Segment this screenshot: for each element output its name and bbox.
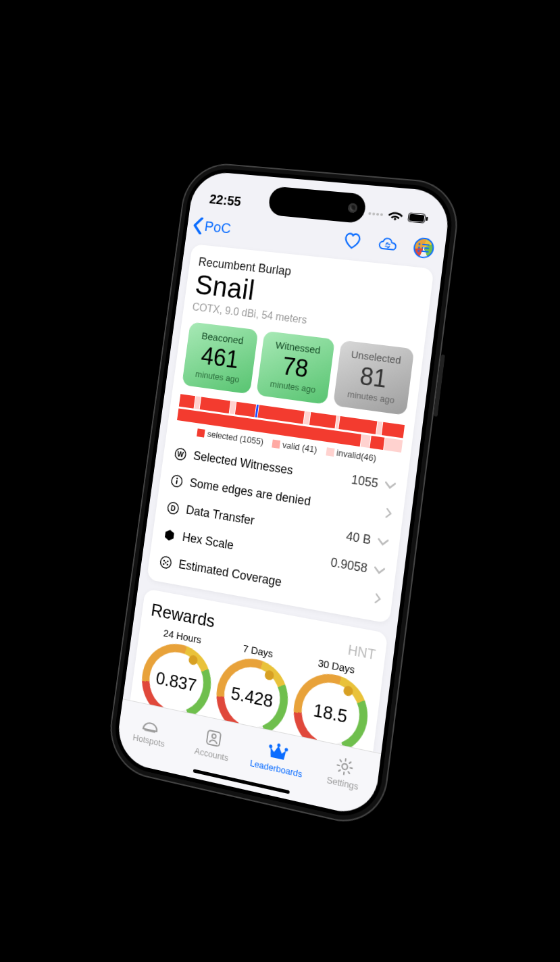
heart-icon xyxy=(342,231,362,250)
tab-accounts[interactable]: Accounts xyxy=(178,713,248,776)
home-indicator[interactable] xyxy=(193,769,289,794)
tab-settings[interactable]: Settings xyxy=(307,740,381,806)
more-menu-button[interactable] xyxy=(412,237,435,259)
info-icon xyxy=(169,474,184,489)
cell-signal-icon xyxy=(368,212,383,216)
wifi-icon xyxy=(387,210,403,222)
svg-rect-2 xyxy=(426,217,428,221)
svg-point-19 xyxy=(167,560,169,562)
back-label: PoC xyxy=(203,218,232,238)
hotspot-card: Recumbent Burlap Snail COTX, 9.0 dBi, 54… xyxy=(147,244,434,624)
svg-rect-0 xyxy=(407,213,425,223)
svg-point-28 xyxy=(277,743,280,747)
svg-rect-24 xyxy=(206,730,220,746)
tab-bar: Hotspots Accounts Leaderboards Settings xyxy=(114,699,381,819)
battery-icon xyxy=(407,212,428,224)
tile-unselected[interactable]: Unselected 81 minutes ago xyxy=(332,340,413,415)
gauge-30d[interactable]: 30 Days 18.5 xyxy=(288,653,374,753)
tile-witnessed[interactable]: Witnessed 78 minutes ago xyxy=(256,331,335,405)
gauge-ring-icon: 5.428 xyxy=(211,653,292,742)
gauge-ring-icon: 18.5 xyxy=(288,668,372,754)
screen: 22:55 PoC xyxy=(114,170,452,819)
svg-point-29 xyxy=(341,763,347,769)
chevron-right-icon xyxy=(373,592,382,607)
favorite-button[interactable] xyxy=(341,230,363,251)
chevron-left-icon xyxy=(191,217,205,234)
legend-valid: valid (41) xyxy=(282,440,317,455)
chevron-down-icon xyxy=(373,564,385,578)
svg-point-18 xyxy=(163,559,165,561)
svg-point-5 xyxy=(417,247,419,249)
chevron-down-icon xyxy=(384,479,396,493)
svg-rect-6 xyxy=(422,247,429,249)
cloud-link-button[interactable] xyxy=(376,233,399,255)
svg-point-22 xyxy=(165,561,167,563)
list-icon xyxy=(417,243,430,253)
svg-point-26 xyxy=(269,744,272,748)
svg-point-12 xyxy=(176,478,178,480)
svg-text:D: D xyxy=(170,503,176,512)
svg-rect-13 xyxy=(176,480,178,484)
svg-point-21 xyxy=(166,563,168,565)
phone-frame: 22:55 PoC xyxy=(104,161,462,831)
svg-text:W: W xyxy=(176,449,184,459)
d-circle-icon: D xyxy=(166,500,181,515)
chevron-right-icon xyxy=(384,507,392,522)
gauge-7d[interactable]: 7 Days 5.428 xyxy=(211,638,294,742)
chevron-down-icon xyxy=(376,536,388,550)
stats-rows: W Selected Witnesses 1055 Some edges are… xyxy=(155,439,398,615)
rewards-unit: HNT xyxy=(347,642,376,663)
svg-point-3 xyxy=(418,243,420,245)
svg-point-27 xyxy=(284,747,288,751)
svg-rect-8 xyxy=(421,251,428,253)
tile-beaconed[interactable]: Beaconed 461 minutes ago xyxy=(182,322,258,394)
status-time: 22:55 xyxy=(208,191,241,209)
cloud-link-icon xyxy=(376,235,398,253)
svg-point-20 xyxy=(163,563,165,565)
svg-point-7 xyxy=(417,250,419,252)
hex-icon xyxy=(161,527,177,542)
w-circle-icon: W xyxy=(172,447,188,461)
tab-leaderboards[interactable]: Leaderboards xyxy=(241,726,313,791)
crown-icon xyxy=(267,741,288,763)
svg-rect-1 xyxy=(409,214,424,222)
svg-marker-16 xyxy=(164,529,174,541)
coverage-icon xyxy=(158,555,174,570)
hotspot-icon xyxy=(141,713,161,735)
accounts-icon xyxy=(203,727,224,749)
gear-icon xyxy=(333,755,355,778)
svg-rect-4 xyxy=(422,244,429,246)
phone-side-button xyxy=(433,354,445,417)
svg-point-25 xyxy=(211,734,215,738)
legend-invalid: invalid(46) xyxy=(336,448,377,464)
back-button[interactable]: PoC xyxy=(191,217,232,237)
